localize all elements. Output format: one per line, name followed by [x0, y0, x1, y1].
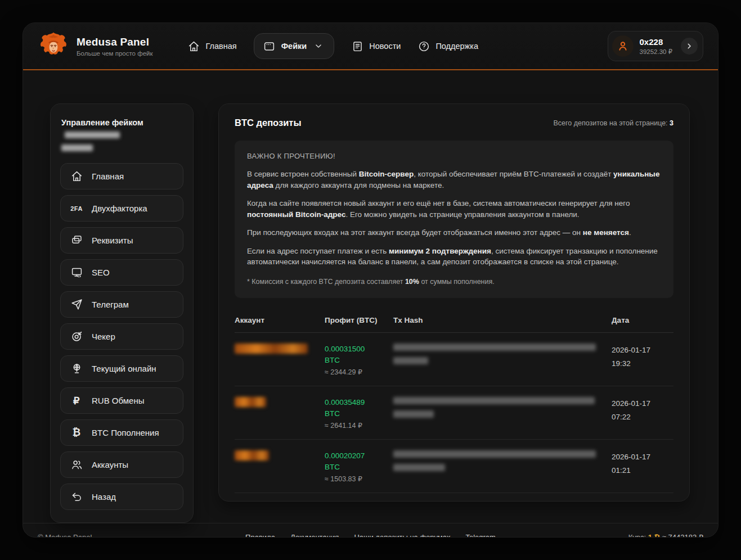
sidebar-item-requisites[interactable]: Реквизиты — [60, 227, 183, 254]
profit-rub-approx: ≈ 1503.83 ₽ — [325, 475, 393, 483]
date-cell: 2026-01-1707:22 — [612, 397, 673, 424]
profit-cell: 0.00031500BTC≈ 2344.29 ₽ — [325, 344, 393, 376]
table-row[interactable]: 0.00031500BTC≈ 2344.29 ₽2026-01-1719:32 — [235, 333, 673, 386]
txhash-redacted — [393, 344, 596, 351]
txhash-cell — [393, 397, 612, 418]
sidebar-menu: Главная2FAДвухфакторкаРеквизитыSEOТелегр… — [60, 163, 183, 510]
deposit-date: 2026-01-17 — [612, 450, 673, 464]
home-icon — [188, 40, 200, 52]
rate-label: Курс: — [628, 533, 646, 538]
user-expand-button[interactable] — [681, 38, 698, 55]
txhash-redacted — [393, 450, 596, 458]
footer-link-0[interactable]: Правила — [245, 533, 275, 538]
col-account: Аккаунт — [235, 316, 325, 324]
notice-heading: ВАЖНО К ПРОЧТЕНИЮ! — [247, 152, 661, 160]
date-cell: 2026-01-1719:32 — [612, 344, 673, 371]
footer: © Medusa Panel ПравилаДокументацияНаши д… — [23, 523, 718, 538]
nav-news[interactable]: Новости — [351, 40, 401, 52]
sidebar-item-label: Текущий онлайн — [92, 364, 156, 373]
sidebar-item-home[interactable]: Главная — [60, 163, 183, 189]
copyright: © Medusa Panel — [38, 533, 245, 538]
profit-btc-value: 0.00035489 — [325, 397, 393, 408]
user-id: 0x228 — [640, 37, 672, 47]
sidebar-item-label: Назад — [92, 492, 116, 502]
page-title: BTC депозиты — [235, 118, 302, 128]
rate-rub: 7442183 ₽ — [668, 533, 704, 538]
txhash-redacted — [393, 357, 428, 364]
sidebar-title: Управление фейком — [61, 116, 182, 154]
sidebar-item-label: Двухфакторка — [92, 204, 147, 213]
footer-link-2[interactable]: Наши депозиты на форумах — [354, 533, 450, 538]
deposit-time: 07:22 — [612, 410, 673, 424]
sidebar-item-accounts[interactable]: Аккаунты — [60, 451, 183, 478]
app-window: Medusa Panel Больше чем просто фейк Глав… — [23, 22, 718, 538]
paper-plane-icon — [70, 298, 83, 311]
sidebar-item-btc-deposits[interactable]: ₿BTC Пополнения — [60, 419, 183, 446]
profit-btc-unit: BTC — [325, 462, 393, 473]
profit-btc-value: 0.00020207 — [325, 450, 393, 462]
ruble-icon: ₽ — [70, 394, 83, 408]
sidebar-item-online[interactable]: Текущий онлайн — [60, 355, 183, 382]
question-circle-icon — [417, 40, 430, 52]
profit-rub-approx: ≈ 2641.14 ₽ — [325, 421, 393, 430]
footer-link-1[interactable]: Документация — [290, 533, 339, 538]
sidebar-item-rub-exchanges[interactable]: ₽RUB Обмены — [60, 387, 183, 414]
nav-support[interactable]: Поддержка — [417, 40, 478, 52]
medusa-logo-icon — [38, 30, 69, 62]
news-icon — [351, 40, 363, 52]
col-txhash: Tx Hash — [393, 316, 612, 324]
sidebar-item-back[interactable]: Назад — [60, 484, 183, 510]
cards-icon — [70, 234, 83, 247]
nav-fakes-label: Фейки — [281, 42, 307, 51]
txhash-redacted — [393, 464, 445, 471]
account-redacted — [235, 344, 308, 354]
deposits-tbody: 0.00031500BTC≈ 2344.29 ₽2026-01-1719:320… — [235, 333, 673, 493]
sidebar-item-label: SEO — [92, 268, 110, 277]
notice-paragraph: Если на адрес поступает платеж и есть ми… — [247, 246, 661, 268]
return-arrow-icon — [70, 490, 83, 504]
profit-btc-unit: BTC — [325, 408, 393, 419]
footer-link-3[interactable]: Telegram — [465, 533, 495, 538]
home-icon — [70, 170, 83, 183]
app-subtitle: Больше чем просто фейк — [77, 50, 153, 57]
nav-support-label: Поддержка — [435, 42, 478, 51]
2fa-icon: 2FA — [70, 202, 83, 215]
user-avatar-icon — [612, 35, 634, 57]
nav-fakes-dropdown[interactable]: Фейки — [254, 33, 335, 59]
globe-stand-icon — [70, 362, 83, 376]
bitcoin-icon: ₿ — [70, 426, 83, 440]
profit-btc-unit: BTC — [325, 355, 393, 366]
sidebar-item-label: Телеграм — [92, 300, 129, 309]
notice-box: ВАЖНО К ПРОЧТЕНИЮ! В сервис встроен собс… — [235, 141, 673, 298]
profit-cell: 0.00035489BTC≈ 2641.14 ₽ — [325, 397, 393, 430]
btc-deposits-card: BTC депозиты Всего депозитов на этой стр… — [218, 103, 690, 502]
window-icon — [263, 40, 276, 52]
profit-cell: 0.00020207BTC≈ 1503.83 ₽ — [325, 450, 393, 483]
notice-body: В сервис встроен собственный Bitcoin-сер… — [247, 169, 661, 287]
deposit-date: 2026-01-17 — [612, 344, 673, 357]
sidebar-item-label: Главная — [92, 171, 124, 181]
sidebar-item-label: BTC Пополнения — [92, 428, 159, 437]
sidebar-item-label: Реквизиты — [92, 236, 133, 245]
sidebar-item-telegram[interactable]: Телеграм — [60, 291, 183, 318]
sidebar-item-seo[interactable]: SEO — [60, 259, 183, 286]
user-chip[interactable]: 0x228 39252.30 ₽ — [608, 31, 703, 61]
monitor-icon — [70, 266, 83, 279]
sidebar-title-text: Управление фейком — [61, 118, 143, 127]
user-balance: 39252.30 ₽ — [640, 48, 672, 56]
txhash-redacted — [393, 410, 434, 418]
nav-home[interactable]: Главная — [188, 40, 237, 52]
date-cell: 2026-01-1701:21 — [612, 450, 673, 477]
sidebar-title-redacted — [65, 132, 120, 138]
table-row[interactable]: 0.00020207BTC≈ 1503.83 ₽2026-01-1701:21 — [235, 440, 673, 493]
deposits-table: Аккаунт Профит (BTC) Tx Hash Дата 0.0003… — [235, 311, 673, 493]
account-redacted — [235, 450, 269, 460]
table-row[interactable]: 0.00035489BTC≈ 2641.14 ₽2026-01-1707:22 — [235, 386, 673, 440]
notice-paragraph: Когда на сайте появляется новый аккаунт … — [247, 198, 661, 220]
sidebar-item-label: RUB Обмены — [92, 396, 145, 405]
footer-links: ПравилаДокументацияНаши депозиты на фору… — [245, 533, 496, 538]
col-date: Дата — [612, 316, 673, 324]
sidebar-item-checker[interactable]: Чекер — [60, 323, 183, 350]
brand: Medusa Panel Больше чем просто фейк — [38, 30, 153, 62]
sidebar-item-2fa[interactable]: 2FAДвухфакторка — [60, 195, 183, 222]
